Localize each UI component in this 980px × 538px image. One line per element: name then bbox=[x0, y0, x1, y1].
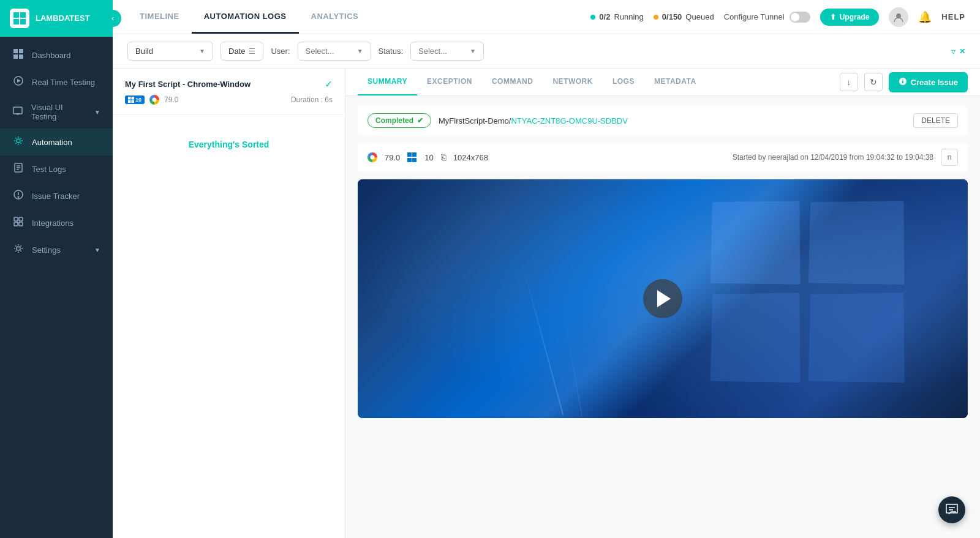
sidebar-item-integrations[interactable]: Integrations bbox=[0, 209, 113, 236]
filter-icon[interactable]: ▿ bbox=[951, 47, 956, 56]
sidebar-toggle[interactable]: ‹ bbox=[104, 10, 121, 27]
tab-automation-logs[interactable]: AUTOMATION LOGS bbox=[192, 0, 299, 34]
create-issue-icon bbox=[899, 77, 907, 88]
help-button[interactable]: HELP bbox=[941, 12, 965, 21]
status-dropdown[interactable]: Select... ▼ bbox=[410, 42, 484, 61]
svg-rect-2 bbox=[13, 19, 19, 24]
date-label: Date bbox=[228, 47, 245, 56]
running-count: 0/2 bbox=[599, 12, 610, 21]
test-item[interactable]: My First Script - Chrome-Window ✓ 10 79.… bbox=[113, 69, 345, 115]
chat-fab[interactable] bbox=[938, 496, 965, 523]
queued-label: Queued bbox=[685, 12, 714, 21]
configure-tunnel-label: Configure Tunnel bbox=[724, 12, 785, 21]
status-filter-label: Status: bbox=[379, 47, 403, 56]
session-id: MyFirstScript-Demo/NTYAC-ZNT8G-OMC9U-SDB… bbox=[439, 116, 628, 125]
session-id-link[interactable]: NTYAC-ZNT8G-OMC9U-SDBDV bbox=[511, 116, 627, 125]
svg-rect-30 bbox=[132, 100, 135, 103]
detail-tab-summary[interactable]: SUMMARY bbox=[358, 69, 417, 95]
clear-filter[interactable]: ✕ bbox=[959, 47, 965, 56]
svg-rect-28 bbox=[132, 97, 135, 100]
sidebar-label-issue-tracker: Issue Tracker bbox=[32, 192, 80, 201]
detail-tab-command[interactable]: COMMAND bbox=[482, 69, 543, 95]
settings-chevron: ▼ bbox=[94, 247, 100, 253]
play-button[interactable] bbox=[643, 279, 682, 318]
queued-dot bbox=[654, 15, 658, 20]
top-header: TIMELINE AUTOMATION LOGS ANALYTICS 0/2 R… bbox=[113, 0, 980, 34]
running-label: Running bbox=[614, 12, 643, 21]
tab-timeline[interactable]: TIMELINE bbox=[127, 0, 192, 34]
header-right: 0/2 Running 0/150 Queued Configure Tunne… bbox=[590, 7, 965, 27]
detail-tab-logs[interactable]: LOGS bbox=[603, 69, 644, 95]
test-status-check: ✓ bbox=[325, 78, 333, 90]
notification-icon[interactable]: 🔔 bbox=[918, 10, 932, 24]
session-prev-button[interactable]: n bbox=[941, 149, 958, 166]
user-filter-label: User: bbox=[271, 47, 290, 56]
browser-version: 79.0 bbox=[164, 95, 178, 104]
test-item-header: My First Script - Chrome-Window ✓ bbox=[125, 78, 333, 90]
upgrade-button[interactable]: ⬆ Upgrade bbox=[820, 9, 880, 26]
video-container bbox=[358, 179, 968, 418]
dashboard-icon bbox=[12, 49, 24, 61]
play-triangle bbox=[657, 290, 671, 307]
refresh-button[interactable]: ↻ bbox=[864, 73, 883, 91]
sidebar-item-issue-tracker[interactable]: Issue Tracker bbox=[0, 182, 113, 209]
sidebar-item-real-time-testing[interactable]: Real Time Testing bbox=[0, 69, 113, 95]
configure-tunnel[interactable]: Configure Tunnel bbox=[724, 12, 810, 23]
session-meta: 79.0 10 ⎗ 1024x768 Started by neerajlad … bbox=[358, 143, 968, 172]
tab-analytics[interactable]: ANALYTICS bbox=[299, 0, 371, 34]
sidebar-label-test-logs: Test Logs bbox=[32, 165, 66, 174]
session-header: Completed ✔ MyFirstScript-Demo/NTYAC-ZNT… bbox=[358, 106, 968, 135]
video-player[interactable] bbox=[358, 179, 968, 418]
sidebar-item-test-logs[interactable]: Test Logs bbox=[0, 155, 113, 182]
date-icon: ☰ bbox=[249, 47, 255, 56]
completed-label: Completed bbox=[375, 116, 413, 125]
session-os-version: 10 bbox=[424, 153, 433, 162]
svg-rect-27 bbox=[128, 97, 131, 100]
create-issue-button[interactable]: Create Issue bbox=[889, 72, 968, 92]
issue-tracker-icon bbox=[12, 190, 24, 202]
test-item-meta: 10 79.0 Duration : 6s bbox=[125, 95, 333, 105]
sidebar-item-visual-ui-testing[interactable]: Visual UI Testing ▼ bbox=[0, 95, 113, 129]
download-button[interactable]: ↓ bbox=[840, 73, 858, 91]
svg-point-25 bbox=[17, 247, 20, 250]
user-avatar[interactable] bbox=[889, 7, 908, 27]
detail-tabs: SUMMARY EXCEPTION COMMAND NETWORK LOGS M… bbox=[345, 69, 980, 96]
sidebar-label-integrations: Integrations bbox=[32, 219, 74, 228]
visual-ui-testing-icon bbox=[12, 106, 24, 118]
detail-tab-network[interactable]: NETWORK bbox=[543, 69, 603, 95]
integrations-icon bbox=[12, 217, 24, 229]
sidebar-label-real-time-testing: Real Time Testing bbox=[32, 78, 95, 87]
sidebar-item-automation[interactable]: Automation bbox=[0, 129, 113, 155]
create-issue-label: Create Issue bbox=[911, 78, 958, 87]
detail-content: Completed ✔ MyFirstScript-Demo/NTYAC-ZNT… bbox=[345, 96, 980, 538]
detail-tab-exception[interactable]: EXCEPTION bbox=[417, 69, 482, 95]
svg-rect-7 bbox=[19, 54, 23, 59]
sidebar-label-settings: Settings bbox=[32, 245, 61, 255]
test-item-title: My First Script - Chrome-Window bbox=[125, 80, 251, 89]
os-badge: 10 bbox=[125, 95, 145, 104]
header-tabs: TIMELINE AUTOMATION LOGS ANALYTICS bbox=[127, 0, 371, 34]
running-status: 0/2 Running bbox=[590, 12, 644, 21]
sidebar-item-dashboard[interactable]: Dashboard bbox=[0, 42, 113, 69]
filter-bar: Build ▼ Date ☰ User: Select... ▼ Status:… bbox=[113, 34, 980, 69]
queued-status: 0/150 Queued bbox=[654, 12, 714, 21]
date-filter[interactable]: Date ☰ bbox=[221, 42, 263, 61]
session-os-icon bbox=[407, 152, 417, 162]
user-dropdown[interactable]: Select... ▼ bbox=[298, 42, 371, 61]
automation-icon bbox=[12, 136, 24, 148]
build-filter[interactable]: Build ▼ bbox=[127, 42, 213, 61]
logo-text: LAMBDATEST bbox=[36, 13, 90, 23]
detail-tab-metadata[interactable]: METADATA bbox=[644, 69, 706, 95]
tunnel-toggle[interactable] bbox=[790, 12, 810, 23]
delete-button[interactable]: DELETE bbox=[913, 113, 958, 128]
sidebar: LAMBDATEST ‹ Dashboard Real Time Testing… bbox=[0, 0, 113, 538]
svg-rect-24 bbox=[19, 222, 23, 226]
sidebar-logo: LAMBDATEST ‹ bbox=[0, 0, 113, 37]
test-duration: Duration : 6s bbox=[291, 95, 333, 104]
settings-icon bbox=[12, 244, 24, 256]
sidebar-item-settings[interactable]: Settings ▼ bbox=[0, 236, 113, 263]
queued-count: 0/150 bbox=[662, 12, 682, 21]
svg-rect-29 bbox=[128, 100, 131, 103]
svg-rect-6 bbox=[13, 54, 18, 59]
svg-rect-3 bbox=[20, 19, 26, 24]
